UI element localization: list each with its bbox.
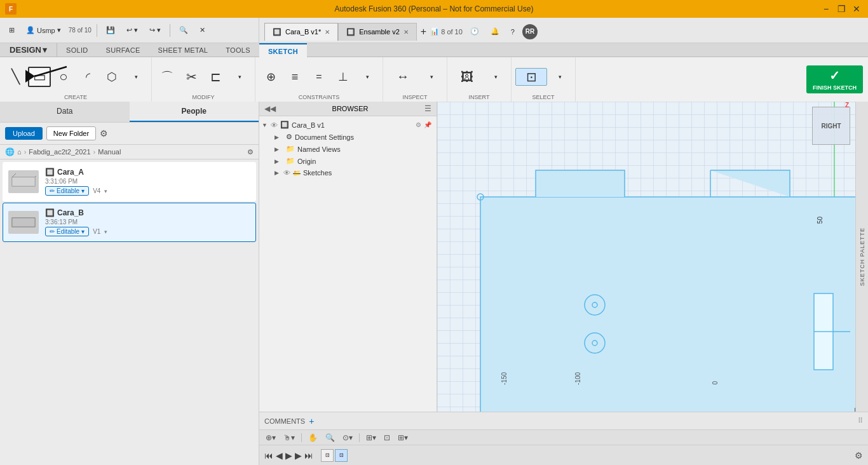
constraints-more-button[interactable]: ▾ [356,72,379,82]
panel-tab-data[interactable]: Data [0,102,130,122]
new-folder-button[interactable]: New Folder [46,126,96,140]
more-create-button[interactable]: ▾ [125,72,147,82]
collinear-button[interactable]: ≡ [283,69,306,84]
close-tab-button[interactable]: ✕ [196,22,209,39]
ribbon-tab-sheetmetal[interactable]: SHEET METAL [149,43,217,57]
line-tool-button[interactable]: ╲ [4,68,27,86]
select-tool-button[interactable]: ⊡ [515,68,547,86]
cara-b-version-arrow[interactable]: ▾ [104,229,107,235]
ribbon-tab-sketch[interactable]: SKETCH [259,43,307,57]
tree-eye-sketches[interactable]: 👁 [283,169,290,177]
undo-button[interactable]: ↩ ▾ [123,22,142,39]
file-list: 🔲 Cara_A 3:31:06 PM ✏ Editable ▾ V4 ▾ [0,159,259,465]
play-next-button[interactable]: ▶ [295,450,302,461]
parallel-button[interactable]: = [308,70,330,84]
dimension-button[interactable]: ↔ [387,68,419,86]
tree-pin-root[interactable]: 📌 [424,121,431,128]
sketch-canvas[interactable]: 50 Place first corner -150 -100 0 [437,102,855,412]
search-button[interactable]: 🔍 [175,22,192,39]
tab-close-icon[interactable]: ✕ [325,29,330,36]
breadcrumb-home-icon[interactable]: ⌂ [17,148,22,156]
browser-menu-icon[interactable]: ☰ [424,104,431,113]
breadcrumb-item-2[interactable]: Manual [98,148,121,156]
inspect-more-button[interactable]: ▾ [420,72,443,82]
close-button[interactable]: ✕ [850,3,863,15]
status-display-button[interactable]: ⊞▾ [397,433,409,442]
play-prev-button[interactable]: ◀ [276,450,283,461]
playback-settings-button[interactable]: ⚙ [855,450,863,461]
trim-button[interactable]: ✂ [180,69,203,85]
insert-more-button[interactable]: ▾ [484,72,507,82]
cube-face-right[interactable]: RIGHT [812,107,850,145]
ribbon-tab-surface[interactable]: SURFACE [97,43,149,57]
timeline-thumb-1[interactable]: ⊡ [321,449,334,462]
cara-b-version[interactable]: V1 [93,228,100,235]
notification-button[interactable]: 🔔 [487,23,503,41]
tree-item-root[interactable]: ▼ 👁 🔲 Cara_B v1 ⚙ 📌 [259,119,437,131]
breadcrumb-settings-icon[interactable]: ⚙ [247,148,254,156]
add-tab-button[interactable]: + [417,23,430,41]
add-comment-button[interactable]: + [309,416,314,426]
file-item-cara-b[interactable]: 🔲 Cara_B 3:36:13 PM ✏ Editable ▾ V1 ▾ [3,203,256,242]
ribbon-tab-tools[interactable]: TOOLS [217,43,259,57]
polygon-tool-button[interactable]: ⬡ [100,69,123,84]
user-menu-button[interactable]: 👤 Usmp ▾ [22,22,65,39]
insert-image-button[interactable]: 🖼 [451,69,483,85]
tab-ensamble[interactable]: 🔲 Ensamble v2 ✕ [338,23,417,41]
clock-button[interactable]: 🕐 [466,23,483,41]
restore-button[interactable]: ❐ [835,3,848,15]
tab-close-icon2[interactable]: ✕ [403,29,409,36]
toolbar-separator [97,24,97,37]
perp-button[interactable]: ⊥ [332,69,355,84]
tab-cara-b[interactable]: 🔲 Cara_B v1* ✕ [264,23,338,41]
save-button[interactable]: 💾 [102,22,119,39]
play-button[interactable]: ▶ [285,450,292,461]
status-pan-button[interactable]: ✋ [307,433,319,442]
ribbon-tab-solid[interactable]: SOLID [57,43,97,57]
arc-tool-button[interactable]: ◜ [76,69,99,84]
status-grid-button[interactable]: ⊞▾ [365,433,377,442]
tree-item-sketches[interactable]: ▶ 👁 📁 Sketches [259,167,437,179]
tree-item-origin[interactable]: ▶ 📁 Origin [259,155,437,167]
status-zoom-button[interactable]: 🔍 [324,433,336,442]
offset-button[interactable]: ⊏ [204,69,227,85]
play-first-button[interactable]: ⏮ [264,450,273,461]
file-item-cara-a[interactable]: 🔲 Cara_A 3:31:06 PM ✏ Editable ▾ V4 ▾ [3,162,256,201]
sketch-palette-toggle[interactable]: SKETCH PALETTE [855,102,868,412]
browser-collapse-icon[interactable]: ◀◀ [264,104,276,113]
cara-b-name: 🔲 Cara_B [45,208,250,217]
tree-item-named-views[interactable]: ▶ 📁 Named Views [259,143,437,155]
panel-settings-button[interactable]: ⚙ [100,128,108,138]
tree-eye-root[interactable]: 👁 [271,121,278,129]
cara-a-version-arrow[interactable]: ▾ [104,188,107,194]
help-button[interactable]: ? [507,23,519,41]
tree-gear-root[interactable]: ⚙ [416,121,421,128]
timeline-thumb-2[interactable]: ⊡ [335,449,348,462]
cara-a-editable-badge[interactable]: ✏ Editable ▾ [45,186,89,196]
grid-button[interactable]: ⊞ [5,22,18,39]
modify-more-button[interactable]: ▾ [228,72,251,82]
status-move-button[interactable]: ⊕▾ [264,433,277,442]
breadcrumb-item-1[interactable]: Fabdig_ac2t2_2021 [29,148,90,156]
nav-cube[interactable]: RIGHT Z [812,107,850,145]
rectangle-tool-button[interactable]: ▭ [28,67,51,87]
design-menu-button[interactable]: DESIGN ▾ [0,43,57,57]
status-cursor-button[interactable]: 🖱▾ [282,433,296,442]
status-zoom-fit-button[interactable]: ⊙▾ [341,433,354,442]
tree-item-doc-settings[interactable]: ▶ ⚙ Document Settings [259,131,437,143]
minimize-button[interactable]: − [820,3,832,15]
play-last-button[interactable]: ⏭ [304,450,313,461]
panel-tab-people[interactable]: People [130,102,259,122]
status-grid2-button[interactable]: ⊡ [383,433,391,442]
viewport[interactable]: 50 Place first corner -150 -100 0 [437,102,868,412]
fillet-button[interactable]: ⌒ [156,69,179,85]
select-more-button[interactable]: ▾ [548,72,571,82]
cara-b-editable-badge[interactable]: ✏ Editable ▾ [45,227,89,236]
upload-button[interactable]: Upload [5,127,43,140]
cara-a-version[interactable]: V4 [93,187,100,194]
coincident-button[interactable]: ⊕ [259,69,282,84]
title-controls[interactable]: − ❐ ✕ [820,3,863,15]
circle-tool-button[interactable]: ○ [52,68,75,86]
redo-button[interactable]: ↪ ▾ [146,22,165,39]
finish-sketch-button[interactable]: ✓ FINISH SKETCH [806,65,863,93]
